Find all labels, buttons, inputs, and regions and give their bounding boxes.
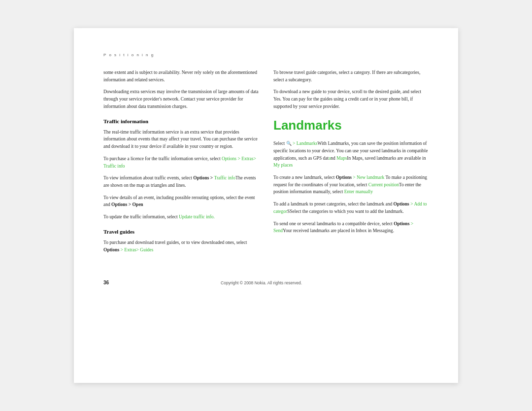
my-places-link[interactable]: My places — [273, 163, 293, 168]
landmarks-prefix: Select — [273, 141, 286, 146]
traffic-heading: Traffic information — [103, 117, 259, 126]
add-options-bold: Options — [394, 202, 409, 206]
travel-options-bold: Options — [103, 247, 119, 252]
enter-manually-link[interactable]: Enter manually — [344, 189, 373, 194]
left-column: some extent and is subject to availabili… — [103, 69, 259, 258]
landmarks-icon: 🔍 — [286, 141, 292, 146]
copyright-text: Copyright © 2008 Nokia. All rights reser… — [221, 280, 302, 285]
traffic-para1: The real-time traffic information servic… — [103, 129, 259, 150]
two-column-layout: some extent and is subject to availabili… — [103, 69, 429, 258]
current-position-link[interactable]: Current position — [368, 182, 399, 187]
maps-link[interactable]: Maps — [336, 156, 347, 161]
document-page: P o s i t i o n i n g some extent and is… — [74, 28, 458, 383]
traffic-info-link2[interactable]: Traffic info — [214, 175, 235, 180]
new-landmark-link[interactable]: > New landmark — [352, 175, 384, 180]
landmarks-para3: To add a landmark to preset categories, … — [273, 201, 429, 215]
traffic-para5: To update the traffic information, selec… — [103, 213, 259, 221]
traffic-para4: To view details of an event, including p… — [103, 194, 259, 208]
landmarks-para4-prefix: To send one or several landmarks to a co… — [273, 221, 394, 226]
landmarks-and: nd — [331, 156, 336, 161]
travel-heading: Travel guides — [103, 228, 259, 236]
landmarks-para3-suffix3: Select the categories to which you want … — [290, 209, 403, 214]
traffic-para2: To purchase a licence for the traffic in… — [103, 155, 259, 170]
send-options-bold: Options — [394, 221, 409, 226]
landmarks-suffix: In Maps, saved landmarks are available i… — [347, 156, 426, 161]
landmarks-para4-suffix: Your received landmarks are placed in In… — [283, 228, 394, 233]
download-para: To download a new guide to your device, … — [273, 88, 429, 110]
update-traffic-link[interactable]: Update traffic info. — [179, 214, 215, 219]
landmarks-para4: To send one or several landmarks to a co… — [273, 220, 429, 235]
landmarks-link1[interactable]: > Landmarks — [292, 141, 318, 146]
browse-para: To browse travel guide categories, selec… — [273, 69, 429, 83]
traffic-para2-prefix: To purchase a licence for the traffic in… — [103, 156, 222, 161]
landmarks-para3-prefix: To add a landmark to preset categories, … — [273, 202, 394, 206]
traffic-para3: To view information about traffic events… — [103, 174, 259, 189]
landmarks-options-bold: Options — [336, 175, 352, 180]
landmarks-para1: Select 🔍 > LandmarksWith Landmarks, you … — [273, 140, 429, 169]
traffic-para4-bold: Options > Open — [111, 202, 143, 207]
landmarks-para2-prefix: To create a new landmark, select — [273, 175, 336, 180]
page-header: P o s i t i o n i n g — [103, 53, 429, 57]
traffic-para5-prefix: To update the traffic information, selec… — [103, 214, 179, 219]
traffic-para3-prefix: To view information about traffic events… — [103, 175, 193, 180]
intro-para1: some extent and is subject to availabili… — [103, 69, 259, 83]
right-column: To browse travel guide categories, selec… — [273, 69, 429, 258]
traffic-para3-bold: Options > — [193, 175, 213, 180]
landmarks-para2: To create a new landmark, select Options… — [273, 174, 429, 196]
intro-para2: Downloading extra services may involve t… — [103, 88, 259, 110]
landmarks-heading: Landmarks — [273, 115, 429, 135]
page-footer: 36 Copyright © 2008 Nokia. All rights re… — [103, 276, 429, 285]
extras-guides-link[interactable]: > Extras> Guides — [119, 247, 153, 252]
travel-para1-prefix: To purchase and download travel guides, … — [103, 240, 247, 245]
page-number: 36 — [103, 280, 109, 285]
travel-para1: To purchase and download travel guides, … — [103, 239, 259, 253]
